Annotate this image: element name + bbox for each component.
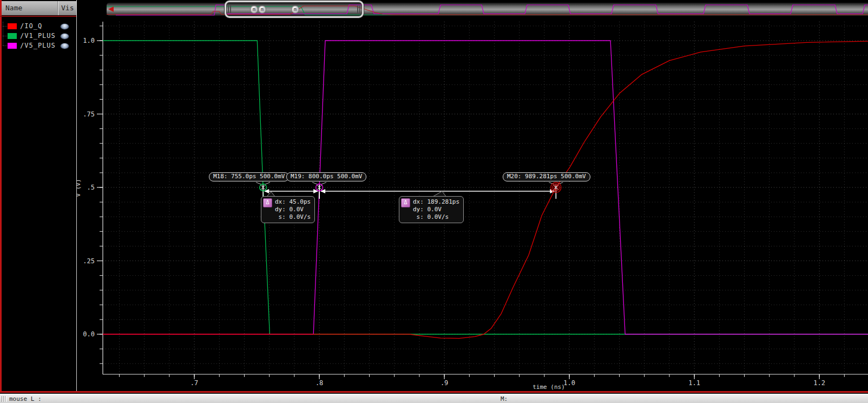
signal-name-label: /V5_PLUS bbox=[20, 42, 56, 49]
axes: .7.8.91.01.11.20.0.25.5.751.0time (ns)V … bbox=[75, 22, 868, 391]
panel-separator[interactable] bbox=[76, 0, 77, 391]
active-window-border bbox=[0, 0, 2, 393]
trace-IO_Q bbox=[103, 41, 868, 339]
active-window-border bbox=[0, 391, 868, 393]
svg-text:1.2: 1.2 bbox=[813, 379, 825, 387]
traces bbox=[103, 41, 868, 339]
delta-icon: Δ bbox=[263, 198, 272, 207]
svg-text:1.0: 1.0 bbox=[83, 37, 95, 44]
marker-label-m18[interactable]: M18: 755.0ps 500.0mV bbox=[209, 172, 289, 181]
svg-text:.5: .5 bbox=[87, 184, 95, 191]
signal-name-label: /V1_PLUS bbox=[20, 32, 56, 40]
column-header-name[interactable]: Name bbox=[2, 1, 57, 15]
visibility-eye-icon[interactable] bbox=[61, 43, 69, 49]
signal-color-swatch bbox=[8, 43, 17, 49]
visibility-eye-icon[interactable] bbox=[61, 24, 69, 29]
marker-label-m19[interactable]: M19: 800.0ps 500.0mV bbox=[286, 172, 366, 181]
delta-icon: Δ bbox=[401, 198, 410, 207]
waveform-viewer-window: m m m .7.8.91.01.11.20.0.25.5.751.0time … bbox=[0, 0, 868, 403]
svg-text:.7: .7 bbox=[190, 379, 198, 387]
signal-row-v1-plus[interactable]: /V1_PLUS bbox=[0, 31, 76, 41]
svg-text:1.1: 1.1 bbox=[688, 379, 700, 387]
signal-name-label: /IO_Q bbox=[20, 22, 42, 30]
active-window-border bbox=[0, 16, 76, 17]
delta-values: dx: 189.281psdy: 0.0V s: 0.0V/s bbox=[413, 198, 459, 221]
tree-branch-line bbox=[3, 46, 7, 46]
marker-label-m20[interactable]: M20: 989.281ps 500.0mV bbox=[503, 172, 590, 181]
column-header-vis[interactable]: Vis bbox=[57, 1, 76, 15]
svg-text:.9: .9 bbox=[440, 379, 448, 387]
signal-color-swatch bbox=[8, 33, 17, 39]
tree-branch-line bbox=[3, 26, 7, 27]
signal-color-swatch bbox=[8, 23, 17, 29]
svg-text:1.0: 1.0 bbox=[563, 379, 575, 387]
status-mouse-bindings: mouse L : bbox=[9, 395, 42, 403]
status-bar-grip[interactable] bbox=[2, 396, 6, 402]
svg-text:.8: .8 bbox=[315, 379, 323, 387]
delta-values: dx: 45.0psdy: 0.0V s: 0.0V/s bbox=[275, 198, 311, 221]
svg-text:.25: .25 bbox=[83, 257, 95, 265]
delta-box-m19-m20[interactable]: Δ dx: 189.281psdy: 0.0V s: 0.0V/s bbox=[399, 196, 464, 223]
signal-list-panel: Name Vis /IO_Q /V1_PLUS /V5_PLUS bbox=[0, 0, 76, 391]
trace-V1_PLUS bbox=[103, 41, 868, 334]
visibility-eye-icon[interactable] bbox=[61, 34, 69, 39]
tree-branch-line bbox=[3, 36, 7, 36]
signal-list-header: Name Vis bbox=[2, 1, 76, 15]
grid bbox=[103, 22, 868, 374]
signal-row-io-q[interactable]: /IO_Q bbox=[0, 22, 76, 31]
status-message: M: bbox=[501, 395, 508, 403]
signal-row-v5-plus[interactable]: /V5_PLUS bbox=[0, 41, 76, 50]
x-axis-title: time (ns) bbox=[532, 384, 565, 391]
svg-text:0.0: 0.0 bbox=[83, 330, 95, 338]
svg-text:.75: .75 bbox=[83, 110, 95, 118]
delta-box-m18-m19[interactable]: Δ dx: 45.0psdy: 0.0V s: 0.0V/s bbox=[261, 196, 315, 223]
trace-V5_PLUS bbox=[103, 41, 868, 334]
status-bar: mouse L : M: bbox=[0, 394, 868, 403]
